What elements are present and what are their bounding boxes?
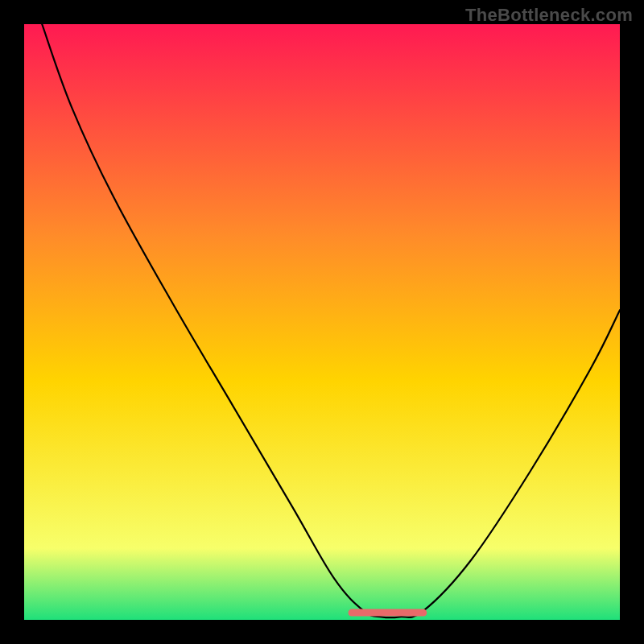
bottleneck-curve (42, 24, 620, 617)
curve-layer (24, 24, 620, 620)
chart-frame: TheBottleneck.com (0, 0, 644, 644)
plot-area (24, 24, 620, 620)
watermark-text: TheBottleneck.com (465, 5, 633, 26)
